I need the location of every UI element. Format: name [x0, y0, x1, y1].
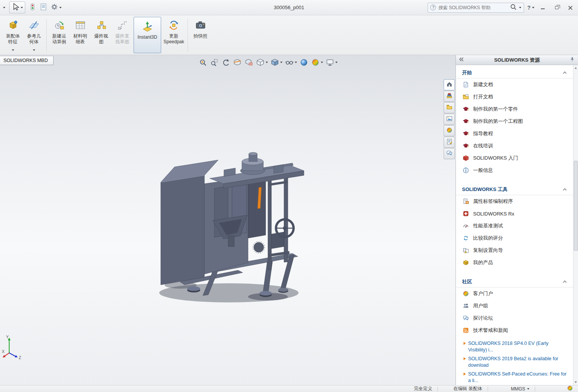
help-search-box[interactable]: ?	[428, 3, 524, 13]
taskpane-item-general-info[interactable]: 一般信息	[456, 164, 573, 176]
search-scope-dropdown-icon[interactable]	[519, 7, 521, 8]
graphics-viewport[interactable]: SOLIDWORKS MBD	[0, 55, 456, 385]
ribbon: 装配体 特征 参考几 何体 新建运 动算例 材料明 细表 爆炸视 图 爆炸直 线…	[0, 15, 578, 55]
display-style-dropdown-icon[interactable]	[280, 62, 282, 63]
taskpane-item-customer-portal[interactable]: 客户门户	[456, 287, 573, 300]
scrollbar-thumb[interactable]	[574, 161, 578, 251]
assembly-features-dropdown-icon[interactable]	[12, 49, 14, 51]
dynamic-annotation-views-icon[interactable]	[243, 57, 254, 67]
zoom-to-fit-icon[interactable]	[198, 57, 208, 67]
editing-state: 在编辑 装配体	[448, 385, 487, 392]
search-magnifier-icon[interactable]	[510, 3, 517, 11]
taskpane-item-performance-benchmark[interactable]: 性能基准测试	[456, 220, 573, 232]
ribbon-button-exploded-view[interactable]: 爆炸视 图	[91, 16, 112, 55]
taskpane-tab-file-explorer[interactable]	[444, 102, 455, 113]
taskpane-item-tech-alerts-news[interactable]: 技术警戒和新闻	[456, 324, 573, 336]
ribbon-button-new-motion-study[interactable]: 新建运 动算例	[49, 16, 70, 55]
taskpane-item-user-groups[interactable]: 用户组	[456, 300, 573, 312]
previous-view-icon[interactable]	[220, 57, 231, 67]
display-style-icon[interactable]	[269, 57, 280, 67]
view-orientation-dropdown-icon[interactable]	[266, 62, 268, 63]
ribbon-label: 材料明 细表	[73, 33, 87, 45]
red-cross-icon	[462, 211, 470, 217]
ribbon-separator	[188, 19, 188, 52]
close-icon	[568, 5, 573, 10]
help-dropdown-icon[interactable]	[532, 7, 534, 8]
edit-appearance-icon[interactable]	[299, 57, 309, 67]
minimize-button[interactable]	[537, 3, 548, 12]
collapse-section-icon[interactable]	[563, 72, 567, 75]
graduation-cap-icon	[462, 143, 470, 149]
taskpane-tab-solidworks-forum[interactable]	[444, 148, 455, 159]
ribbon-label: 爆炸视 图	[95, 33, 108, 45]
taskpane-item-property-tab-builder[interactable]: 属性标签编制程序	[456, 195, 573, 207]
hide-show-items-dropdown-icon[interactable]	[295, 62, 297, 63]
taskpane-item-discussion-forum[interactable]: 探讨论坛	[456, 312, 573, 324]
reference-geometry-dropdown-icon[interactable]	[33, 49, 35, 51]
apply-scene-dropdown-icon[interactable]	[321, 62, 323, 63]
copy-settings-icon	[462, 247, 470, 253]
tab-solidworks-mbd[interactable]: SOLIDWORKS MBD	[0, 56, 54, 65]
view-orientation-icon[interactable]	[255, 57, 265, 67]
scroll-down-icon[interactable]	[575, 381, 577, 383]
taskpane-tab-solidworks-resources[interactable]	[444, 79, 455, 90]
ribbon-button-update-speedpak[interactable]: 更新 Speedpak	[162, 16, 186, 55]
taskpane-tab-design-library[interactable]	[444, 91, 455, 102]
define-state: 完全定义	[408, 385, 438, 392]
taskpane-item-first-drawing[interactable]: 制作我的第一个工程图	[456, 115, 573, 127]
ribbon-button-instant3d[interactable]: Instant3D	[134, 17, 161, 53]
taskpane-item-online-training[interactable]: 在线培训	[456, 140, 573, 152]
ribbon-button-reference-geometry[interactable]: 参考几 何体	[23, 16, 44, 55]
help-button[interactable]: ?	[527, 5, 534, 11]
titlebar: 300056_p001 ? ?	[0, 0, 578, 15]
scroll-up-icon[interactable]	[575, 67, 577, 69]
ribbon-button-take-snapshot[interactable]: 拍快照	[190, 16, 211, 55]
apply-scene-icon[interactable]	[310, 57, 320, 67]
collapse-panel-icon[interactable]	[459, 57, 464, 63]
taskpane-item-solidworks-rx[interactable]: SOLIDWORKS Rx	[456, 207, 573, 220]
open-folder-icon	[462, 94, 470, 100]
graduation-cap-icon	[462, 106, 470, 112]
taskpane-item-compare-my-score[interactable]: 比较我的评分	[456, 232, 573, 244]
ribbon-button-assembly-features[interactable]: 装配体 特征	[2, 16, 23, 55]
units-dropdown-icon[interactable]	[527, 388, 529, 390]
statusbar: 完全定义 在编辑 装配体 MMGS	[0, 385, 578, 392]
taskpane-item-first-part[interactable]: 制作我的第一个零件	[456, 103, 573, 115]
hide-show-items-icon[interactable]	[284, 57, 294, 67]
collapse-section-icon[interactable]	[563, 281, 567, 284]
pin-icon[interactable]	[570, 57, 575, 63]
ribbon-button-bill-of-materials[interactable]: 材料明 细表	[70, 16, 91, 55]
collapse-section-icon[interactable]	[563, 188, 567, 192]
taskpane-item-tutorials[interactable]: 指导教程	[456, 127, 573, 140]
zoom-to-area-icon[interactable]	[209, 57, 219, 67]
assembly-model[interactable]	[0, 55, 456, 385]
search-input[interactable]	[438, 5, 508, 10]
taskpane-tab-view-palette[interactable]	[444, 114, 455, 125]
view-settings-icon[interactable]	[325, 57, 335, 67]
taskpane-tab-custom-properties[interactable]	[444, 137, 455, 148]
taskpane-item-new-document[interactable]: 新建文档	[456, 78, 573, 91]
taskpane-tab-appearances-scenes[interactable]	[444, 125, 455, 136]
taskpane-item-solidworks-intro[interactable]: SOLIDWORKS 入门	[456, 152, 573, 164]
taskpane-item-open-document[interactable]: 打开文档	[456, 91, 573, 103]
news-link[interactable]: SOLIDWORKS 2018 SP4.0 EV (Early Visibili…	[456, 340, 573, 355]
statusbar-separator	[438, 387, 438, 391]
view-settings-dropdown-icon[interactable]	[335, 62, 338, 63]
restore-button[interactable]	[551, 3, 562, 12]
quick-tip-button[interactable]	[562, 385, 578, 392]
news-link[interactable]: SOLIDWORKS Self-Paced eCourses: Free for…	[456, 370, 573, 385]
units-selector[interactable]: MMGS	[506, 386, 535, 392]
gold-cube-icon	[462, 260, 470, 266]
red-cube-icon	[462, 155, 470, 161]
section-view-icon[interactable]	[232, 57, 242, 67]
orientation-triad: Y X Z	[2, 335, 24, 360]
taskpane-title: SOLIDWORKS 资源	[464, 57, 570, 64]
taskpane-item-copy-settings-wizard[interactable]: 复制设置向导	[456, 244, 573, 256]
news-link[interactable]: SOLIDWORKS 2019 Beta2 is available for d…	[456, 355, 573, 370]
close-button[interactable]	[565, 3, 576, 12]
taskpane-item-my-products[interactable]: 我的产品	[456, 256, 573, 269]
section-header-start: 开始	[456, 65, 573, 78]
assembly-features-icon	[7, 20, 19, 33]
taskpane-scrollbar[interactable]	[573, 65, 578, 385]
restore-icon	[555, 6, 558, 9]
